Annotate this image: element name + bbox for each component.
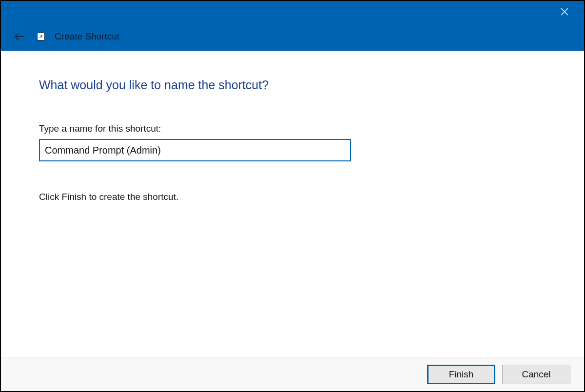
close-button[interactable] bbox=[554, 1, 575, 22]
wizard-content: What would you like to name the shortcut… bbox=[1, 51, 584, 357]
wizard-title: Create Shortcut bbox=[55, 31, 119, 42]
finish-instruction: Click Finish to create the shortcut. bbox=[39, 192, 550, 202]
shortcut-name-input[interactable] bbox=[39, 139, 351, 161]
back-button[interactable] bbox=[12, 29, 27, 44]
wizard-footer: Finish Cancel bbox=[1, 357, 584, 391]
wizard-header: ↗ Create Shortcut bbox=[1, 22, 584, 51]
shortcut-arrow-icon: ↗ bbox=[37, 33, 45, 40]
arrow-left-icon bbox=[14, 31, 25, 42]
shortcut-name-label: Type a name for this shortcut: bbox=[39, 123, 550, 134]
close-icon bbox=[560, 7, 569, 16]
finish-button[interactable]: Finish bbox=[427, 365, 495, 384]
titlebar bbox=[1, 1, 584, 22]
page-heading: What would you like to name the shortcut… bbox=[39, 78, 550, 92]
cancel-button[interactable]: Cancel bbox=[502, 365, 570, 384]
create-shortcut-wizard: ↗ Create Shortcut What would you like to… bbox=[0, 0, 585, 392]
